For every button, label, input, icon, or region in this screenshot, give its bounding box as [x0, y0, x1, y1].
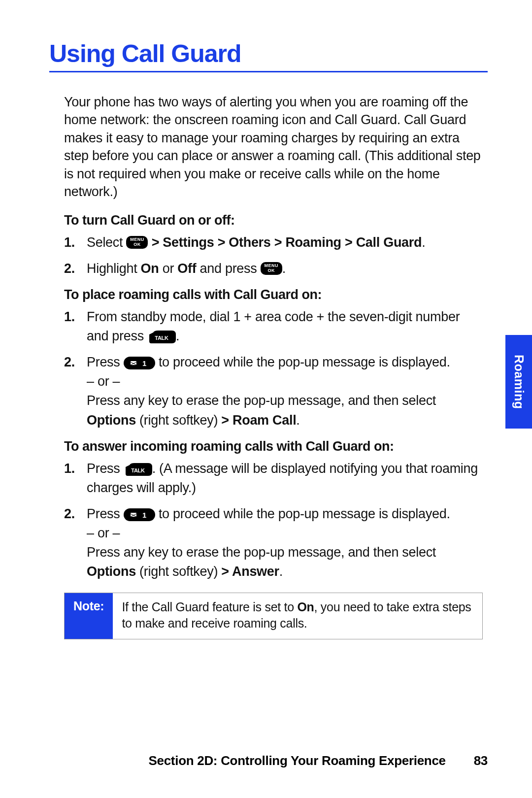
steps-answer-roaming: 1. Press TALK. (A message will be displa… — [64, 459, 483, 582]
intro-paragraph: Your phone has two ways of alerting you … — [64, 93, 483, 201]
bold-options: Options — [87, 564, 136, 579]
step-number: 1. — [64, 233, 75, 252]
step-tail: . — [279, 564, 283, 579]
page-title: Using Call Guard — [49, 39, 488, 72]
step-text: Press — [87, 461, 124, 476]
step-tail: . — [282, 261, 286, 276]
list-item: 1. From standby mode, dial 1 + area code… — [87, 307, 483, 346]
step-tail: . — [422, 235, 425, 250]
talk-key-icon: TALK — [147, 330, 176, 342]
note-label: Note: — [65, 593, 113, 639]
steps-turn-on-off: 1. Select MENUOK > Settings > Others > R… — [64, 233, 483, 278]
subheading-turn-on-off: To turn Call Guard on or off: — [64, 213, 483, 228]
subheading-answer-roaming: To answer incoming roaming calls with Ca… — [64, 439, 483, 454]
svg-text:TALK: TALK — [155, 335, 168, 341]
bold-on: On — [141, 261, 159, 276]
side-tab-roaming: Roaming — [505, 335, 532, 429]
step-number: 2. — [64, 259, 75, 278]
bold-roam-call: > Roam Call — [221, 413, 296, 428]
step-text: (right softkey) — [136, 564, 221, 579]
page-content: Your phone has two ways of alerting you … — [49, 93, 488, 639]
note-text: If the Call Guard feature is set to On, … — [113, 593, 482, 639]
or-divider: – or – — [87, 374, 120, 389]
svg-rect-5 — [124, 508, 155, 521]
bold-answer: > Answer — [221, 564, 279, 579]
bold-off: Off — [177, 261, 196, 276]
list-item: 2. Press 1 to proceed while the pop-up m… — [87, 504, 483, 582]
svg-text:TALK: TALK — [131, 467, 145, 473]
note-box: Note: If the Call Guard feature is set t… — [64, 593, 483, 640]
step-number: 2. — [64, 353, 75, 372]
steps-place-roaming: 1. From standby mode, dial 1 + area code… — [64, 307, 483, 430]
subheading-place-roaming: To place roaming calls with Call Guard o… — [64, 287, 483, 302]
step-text: Select — [87, 235, 126, 250]
bold-on: On — [297, 600, 314, 614]
step-text: and press — [196, 261, 260, 276]
step-text: Press any key to erase the pop-up messag… — [87, 545, 436, 560]
step-text: Press — [87, 506, 124, 521]
step-text: Press any key to erase the pop-up messag… — [87, 393, 436, 408]
svg-text:1: 1 — [142, 511, 146, 519]
manual-page: Using Call Guard Your phone has two ways… — [0, 0, 532, 798]
menu-ok-key-icon: MENUOK — [261, 262, 282, 275]
bold-options: Options — [87, 413, 136, 428]
list-item: 1. Select MENUOK > Settings > Others > R… — [87, 233, 483, 252]
list-item: 1. Press TALK. (A message will be displa… — [87, 459, 483, 498]
step-text: From standby mode, dial 1 + area code + … — [87, 309, 460, 343]
page-footer: Section 2D: Controlling Your Roaming Exp… — [49, 753, 488, 768]
list-item: 2. Press 1 to proceed while the pop-up m… — [87, 353, 483, 430]
footer-section: Section 2D: Controlling Your Roaming Exp… — [148, 753, 445, 768]
svg-rect-1 — [124, 357, 155, 369]
step-text: to proceed while the pop-up message is d… — [155, 506, 450, 521]
step-text: Highlight — [87, 261, 141, 276]
list-item: 2. Highlight On or Off and press MENUOK. — [87, 259, 483, 278]
step-text: or — [159, 261, 177, 276]
menu-ok-key-icon: MENUOK — [126, 236, 148, 249]
or-divider: – or – — [87, 526, 120, 540]
svg-text:1: 1 — [142, 359, 146, 367]
one-key-icon: 1 — [124, 507, 155, 520]
page-number: 83 — [474, 753, 488, 768]
talk-key-icon: TALK — [124, 462, 152, 475]
step-number: 1. — [64, 307, 75, 327]
step-tail: . — [296, 413, 299, 428]
breadcrumb-path: > Settings > Others > Roaming > Call Gua… — [148, 235, 422, 250]
step-tail: . — [176, 329, 179, 343]
step-text: (right softkey) — [136, 413, 221, 428]
one-key-icon: 1 — [124, 356, 155, 368]
step-number: 1. — [64, 459, 75, 478]
step-number: 2. — [64, 504, 75, 524]
step-text: Press — [87, 355, 124, 369]
step-text: to proceed while the pop-up message is d… — [155, 355, 450, 369]
